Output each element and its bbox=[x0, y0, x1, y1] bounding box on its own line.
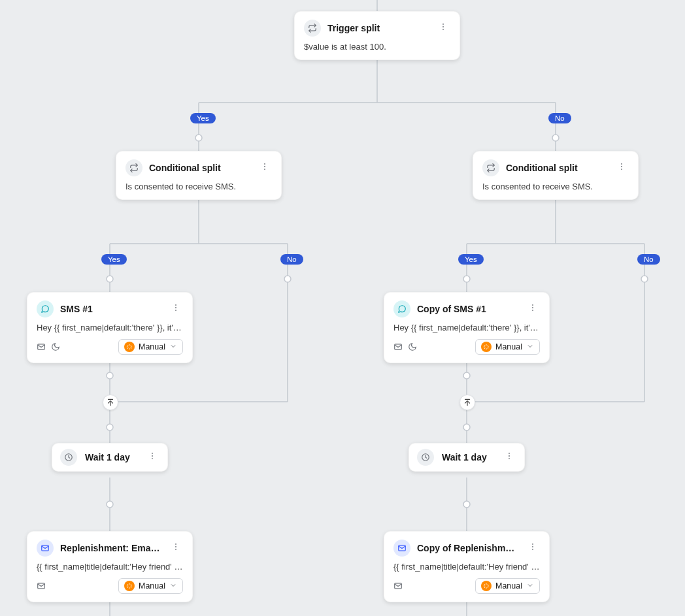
node-desc: $value is at least 100. bbox=[304, 42, 450, 52]
manual-icon bbox=[481, 342, 492, 352]
chevron-down-icon bbox=[169, 342, 177, 352]
svg-point-38 bbox=[264, 163, 265, 165]
node-desc: {{ first_name|title|default:'Hey friend'… bbox=[37, 562, 183, 572]
node-conditional-split-left[interactable]: Conditional split Is consented to receiv… bbox=[116, 151, 282, 200]
flow-canvas: Yes No Yes No Yes No Trigger split $valu… bbox=[0, 0, 685, 616]
branch-badge-yes: Yes bbox=[101, 254, 127, 265]
svg-point-59 bbox=[509, 458, 510, 459]
node-title: Replenishment: Email #1 bbox=[60, 543, 162, 553]
send-mode-dropdown[interactable]: Manual bbox=[475, 578, 540, 594]
svg-point-24 bbox=[552, 135, 559, 141]
branch-badge-yes: Yes bbox=[190, 113, 216, 123]
svg-point-46 bbox=[175, 310, 176, 311]
manual-icon bbox=[481, 581, 492, 591]
svg-point-34 bbox=[463, 501, 470, 508]
merge-node-left[interactable] bbox=[103, 395, 118, 410]
svg-point-27 bbox=[463, 276, 470, 282]
svg-point-44 bbox=[175, 304, 176, 306]
node-trigger-split[interactable]: Trigger split $value is at least 100. bbox=[294, 11, 460, 60]
svg-point-67 bbox=[532, 546, 533, 547]
node-title: Copy of SMS #1 bbox=[417, 304, 519, 314]
node-actions-menu[interactable] bbox=[169, 300, 183, 317]
svg-point-39 bbox=[264, 166, 265, 167]
svg-point-55 bbox=[152, 458, 153, 459]
svg-point-50 bbox=[532, 310, 533, 311]
email-icon bbox=[37, 540, 54, 557]
node-feature-icons bbox=[37, 581, 46, 591]
node-actions-menu[interactable] bbox=[258, 159, 272, 176]
svg-point-40 bbox=[264, 169, 265, 170]
node-actions-menu[interactable] bbox=[436, 20, 450, 37]
node-title: SMS #1 bbox=[60, 304, 162, 314]
node-wait-right[interactable]: Wait 1 day bbox=[409, 443, 525, 472]
svg-point-45 bbox=[175, 307, 176, 308]
node-desc: {{ first_name|title|default:'Hey friend'… bbox=[393, 562, 540, 572]
svg-point-41 bbox=[621, 163, 622, 165]
svg-point-42 bbox=[621, 166, 622, 167]
node-sms-right[interactable]: Copy of SMS #1 Hey {{ first_name|default… bbox=[384, 292, 550, 363]
chevron-down-icon bbox=[526, 581, 534, 591]
node-desc: Hey {{ first_name|default:'there' }}, it… bbox=[393, 323, 540, 332]
node-title: Copy of Replenishment: Em… bbox=[417, 543, 519, 553]
node-title: Conditional split bbox=[506, 163, 608, 173]
node-feature-icons bbox=[37, 342, 60, 351]
node-feature-icons bbox=[393, 581, 403, 591]
send-mode-label: Manual bbox=[139, 581, 165, 591]
send-mode-dropdown[interactable]: Manual bbox=[118, 339, 183, 355]
clock-icon bbox=[60, 449, 77, 466]
node-email-left[interactable]: Replenishment: Email #1 {{ first_name|ti… bbox=[27, 531, 193, 602]
node-actions-menu[interactable] bbox=[145, 449, 159, 466]
svg-point-49 bbox=[532, 307, 533, 308]
node-sms-left[interactable]: SMS #1 Hey {{ first_name|default:'there'… bbox=[27, 292, 193, 363]
node-actions-menu[interactable] bbox=[526, 540, 540, 557]
send-mode-label: Manual bbox=[139, 342, 165, 351]
node-desc: Is consented to receive SMS. bbox=[125, 182, 272, 191]
split-icon bbox=[304, 20, 321, 37]
node-conditional-split-right[interactable]: Conditional split Is consented to receiv… bbox=[473, 151, 639, 200]
svg-point-68 bbox=[532, 549, 533, 550]
svg-point-29 bbox=[107, 372, 113, 379]
svg-point-63 bbox=[175, 549, 176, 550]
svg-point-37 bbox=[443, 29, 444, 30]
chevron-down-icon bbox=[526, 342, 534, 352]
svg-point-25 bbox=[107, 276, 113, 282]
svg-point-26 bbox=[284, 276, 291, 282]
node-actions-menu[interactable] bbox=[169, 540, 183, 557]
send-mode-dropdown[interactable]: Manual bbox=[118, 578, 183, 594]
clock-icon bbox=[417, 449, 434, 466]
merge-node-right[interactable] bbox=[459, 395, 475, 410]
svg-point-28 bbox=[641, 276, 648, 282]
node-feature-icons bbox=[393, 342, 417, 351]
node-actions-menu[interactable] bbox=[502, 449, 516, 466]
node-title: Wait 1 day bbox=[442, 452, 494, 462]
svg-point-35 bbox=[443, 24, 444, 25]
svg-point-33 bbox=[107, 501, 113, 508]
node-actions-menu[interactable] bbox=[526, 300, 540, 317]
svg-point-54 bbox=[152, 455, 153, 457]
branch-badge-no: No bbox=[280, 254, 303, 265]
branch-badge-yes: Yes bbox=[458, 254, 484, 265]
sms-icon bbox=[393, 300, 410, 317]
svg-point-43 bbox=[621, 169, 622, 170]
node-desc: Hey {{ first_name|default:'there' }}, it… bbox=[37, 323, 183, 332]
node-actions-menu[interactable] bbox=[614, 159, 629, 176]
svg-point-36 bbox=[443, 26, 444, 27]
svg-point-48 bbox=[532, 304, 533, 306]
svg-point-57 bbox=[509, 453, 510, 454]
manual-icon bbox=[124, 581, 135, 591]
send-mode-label: Manual bbox=[495, 581, 522, 591]
node-title: Trigger split bbox=[327, 23, 429, 33]
send-mode-label: Manual bbox=[495, 342, 522, 351]
svg-point-32 bbox=[463, 424, 470, 430]
svg-point-66 bbox=[532, 543, 533, 545]
send-mode-dropdown[interactable]: Manual bbox=[475, 339, 540, 355]
node-wait-left[interactable]: Wait 1 day bbox=[52, 443, 168, 472]
node-title: Wait 1 day bbox=[85, 452, 137, 462]
node-email-right[interactable]: Copy of Replenishment: Em… {{ first_name… bbox=[384, 531, 550, 602]
manual-icon bbox=[124, 342, 135, 352]
branch-badge-no: No bbox=[637, 254, 660, 265]
svg-point-30 bbox=[463, 372, 470, 379]
node-desc: Is consented to receive SMS. bbox=[482, 182, 629, 191]
svg-point-53 bbox=[152, 453, 153, 454]
svg-point-61 bbox=[175, 543, 176, 545]
